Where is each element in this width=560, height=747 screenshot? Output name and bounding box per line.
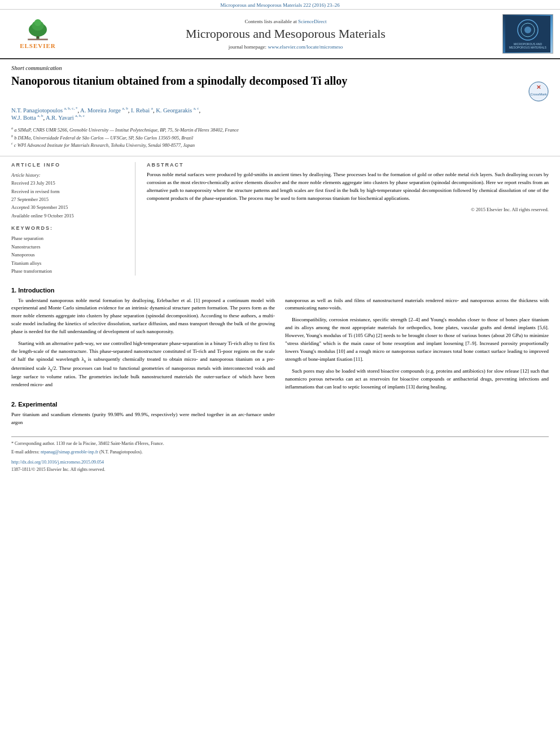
intro-heading: 1. Introduction	[11, 287, 549, 294]
keyword-4: Titanium alloys	[11, 259, 128, 267]
crossmark-icon: ✕ CrossMark	[528, 80, 549, 103]
keyword-2: Nanostructures	[11, 243, 128, 251]
journal-title: Microporous and Mesoporous Materials	[69, 27, 502, 41]
journal-homepage: journal homepage: www.elsevier.com/locat…	[69, 43, 502, 50]
sciencedirect-link[interactable]: ScienceDirect	[298, 19, 326, 24]
keyword-1: Phase separation	[11, 234, 128, 242]
issn-line: 1387-1811/© 2015 Elsevier Inc. All right…	[11, 466, 549, 474]
experimental-two-col: Pure titanium and scandium elements (pur…	[11, 411, 549, 431]
experimental-right	[285, 411, 549, 431]
email-label: E-mail address:	[11, 449, 40, 455]
elsevier-tree-icon	[21, 19, 55, 41]
journal-center-info: Contents lists available at ScienceDirec…	[69, 19, 502, 50]
svg-point-9	[524, 27, 531, 33]
keyword-3: Nanoporous	[11, 251, 128, 259]
corresponding-author: * Corresponding author. 1130 rue de la P…	[11, 440, 549, 448]
article-info-column: ARTICLE INFO Article history: Received 2…	[11, 162, 135, 276]
experimental-heading: 2. Experimental	[11, 401, 549, 408]
accepted-date: Accepted 30 September 2015	[11, 203, 128, 211]
intro-para-1: To understand nanoporous noble metal for…	[11, 297, 275, 337]
article-title: Nanoporous titanium obtained from a spin…	[0, 72, 358, 92]
intro-left-col: To understand nanoporous noble metal for…	[11, 297, 275, 395]
journal-cover-image: MICROPOROUS AND MESOPOROUS MATERIALS	[502, 14, 553, 54]
article-info-abstract-section: ARTICLE INFO Article history: Received 2…	[0, 156, 560, 276]
received-revised-label: Received in revised form	[11, 187, 128, 195]
journal-homepage-link[interactable]: www.elsevier.com/locate/micromeso	[268, 44, 343, 50]
keyword-5: Phase transformation	[11, 267, 128, 275]
journal-header: ELSEVIER Contents lists available at Sci…	[0, 10, 560, 59]
journal-ref-text: Microporous and Mesoporous Materials 222…	[220, 2, 339, 8]
abstract-label: ABSTRACT	[147, 162, 549, 168]
article-title-row: Nanoporous titanium obtained from a spin…	[0, 72, 560, 104]
intro-right-col: nanoporous as well as foils and films of…	[285, 297, 549, 395]
doi-link[interactable]: http://dx.doi.org/10.1016/j.micromeso.20…	[11, 460, 104, 465]
body-content: 1. Introduction To understand nanoporous…	[0, 276, 560, 436]
received-revised-date: 27 September 2015	[11, 195, 128, 203]
affiliation-a: a a SIMaP, CNRS UMR 5266, Grenoble Unive…	[11, 126, 549, 134]
available-online: Available online 9 October 2015	[11, 212, 128, 220]
svg-point-3	[34, 19, 41, 26]
elsevier-logo: ELSEVIER	[7, 19, 69, 49]
those-text: those	[487, 317, 498, 322]
experimental-para-1: Pure titanium and scandium elements (pur…	[11, 411, 275, 427]
journal-cover-svg: MICROPOROUS AND MESOPOROUS MATERIALS	[505, 16, 550, 53]
keywords-list: Phase separation Nanostructures Nanoporo…	[11, 234, 128, 275]
email-who: (N.T. Panagiotopoulos).	[99, 449, 143, 455]
article-history: Article history: Received 23 July 2015 R…	[11, 171, 128, 220]
intro-right-para-1: nanoporous as well as foils and films of…	[285, 297, 549, 313]
email-link[interactable]: ntpanag@simap.grenoble-inp.fr	[41, 449, 98, 455]
footnotes-section: * Corresponding author. 1130 rue de la P…	[11, 436, 549, 474]
crossmark-badge: ✕ CrossMark	[528, 80, 549, 104]
intro-right-para-2: Biocompatibility, corrosion resistance, …	[285, 316, 549, 364]
keywords-section: Keywords: Phase separation Nanostructure…	[11, 225, 128, 275]
keywords-label: Keywords:	[11, 225, 128, 231]
abstract-copyright: © 2015 Elsevier Inc. All rights reserved…	[147, 207, 549, 212]
doi-line: http://dx.doi.org/10.1016/j.micromeso.20…	[11, 459, 549, 466]
svg-text:MESOPOROUS MATERIALS: MESOPOROUS MATERIALS	[509, 46, 546, 49]
affiliation-b: b b DEMa, Universidade Federal de São Ca…	[11, 134, 549, 142]
email-line: E-mail address: ntpanag@simap.grenoble-i…	[11, 449, 549, 456]
svg-text:CrossMark: CrossMark	[530, 93, 547, 96]
svg-text:✕: ✕	[536, 84, 541, 90]
elsevier-text: ELSEVIER	[20, 42, 56, 49]
intro-two-col: To understand nanoporous noble metal for…	[11, 297, 549, 395]
svg-rect-4	[28, 39, 48, 41]
article-info-label: ARTICLE INFO	[11, 162, 128, 168]
received-date: Received 23 July 2015	[11, 179, 128, 187]
intro-para-2: Starting with an alternative path-way, w…	[11, 340, 275, 389]
affiliation-c: c c WPI Advanced Institute for Materials…	[11, 141, 549, 149]
article-type: Short communication	[0, 59, 560, 72]
authors-line: N.T. Panagiotopoulos a, b, c, *, A. More…	[0, 104, 560, 123]
journal-reference-bar: Microporous and Mesoporous Materials 222…	[0, 0, 560, 10]
abstract-column: ABSTRACT Porous noble metal surfaces wer…	[147, 162, 549, 276]
intro-right-para-3: Such pores may also be loaded with store…	[285, 368, 549, 391]
svg-point-5	[37, 36, 39, 38]
affiliations: a a SIMaP, CNRS UMR 5266, Grenoble Unive…	[0, 123, 560, 152]
experimental-left: Pure titanium and scandium elements (pur…	[11, 411, 275, 431]
contents-label: Contents lists available at ScienceDirec…	[69, 19, 502, 24]
abstract-text: Porous noble metal surfaces were produce…	[147, 171, 549, 203]
